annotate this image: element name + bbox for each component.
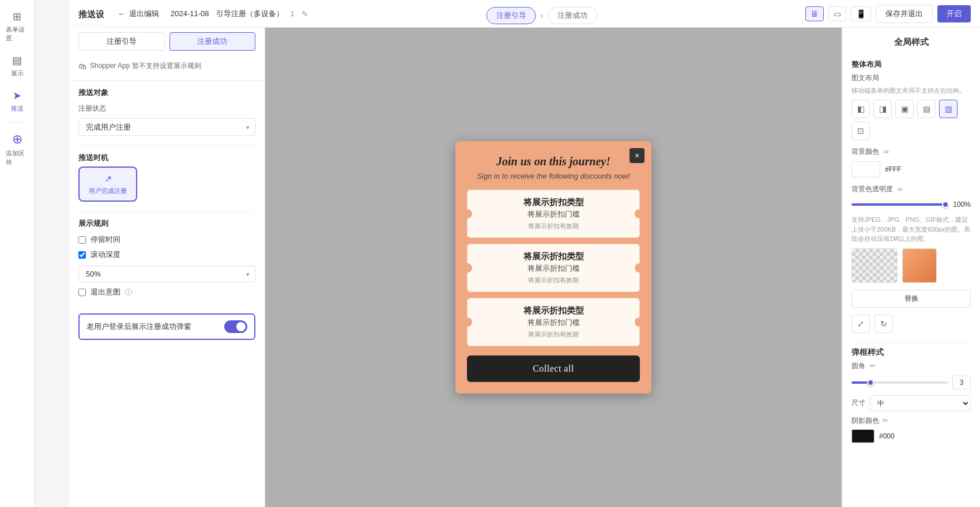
corner-thumb: [867, 379, 874, 386]
step-2-btn[interactable]: 注册成功: [548, 7, 597, 24]
old-user-toggle[interactable]: 老用户登录后展示注册成功弹窗: [78, 313, 255, 340]
device-mobile-btn[interactable]: 📱: [851, 6, 871, 21]
layout-options: ◧ ◨ ▣ ▤ ▥ ⊡: [851, 100, 971, 140]
main-container: ← 退出编辑 2024-11-08 引导注册（多设备） 1 ✎ 注册引导 › 注…: [69, 0, 980, 507]
bg-color-swatch[interactable]: [851, 161, 880, 177]
coupon-type-2: 将展示折扣类型: [477, 251, 630, 262]
image-layout-label: 图文布局: [851, 73, 971, 83]
old-user-toggle-switch[interactable]: [224, 320, 247, 333]
shadow-color-swatch[interactable]: [851, 429, 875, 443]
scroll-depth-row: 滚动深度: [78, 247, 255, 262]
exit-intent-checkbox[interactable]: [78, 289, 86, 296]
scroll-select-wrap: 50%25%75%100% ▾: [78, 266, 255, 282]
display-rules-section: 停留时间 滚动深度 50%25%75%100% ▾ 退出意图 ⓘ: [69, 232, 265, 307]
back-button[interactable]: ← 退出编辑: [113, 6, 164, 21]
sidebar-item-push[interactable]: ➤ 推送: [2, 85, 32, 118]
scroll-select[interactable]: 50%25%75%100%: [78, 266, 255, 282]
bg-color-label: 背景颜色: [851, 147, 879, 157]
right-panel-title: 全局样式: [851, 37, 971, 55]
content-area: 推送设置 如何使用弹窗表单？ 注册引导 注册成功 🛍 Shopper App 暂…: [69, 0, 980, 507]
section-timing-title: 推送时机: [69, 148, 265, 167]
sidebar-item-label-form: 表单设置: [6, 25, 29, 43]
layout-opt-6[interactable]: ⊡: [851, 122, 870, 140]
open-button[interactable]: 开启: [937, 5, 971, 22]
opacity-slider[interactable]: [851, 203, 945, 206]
layout-opt-4[interactable]: ▤: [917, 100, 936, 118]
bg-opacity-value: 100%: [950, 200, 971, 209]
add-block-icon: ⊕: [12, 132, 22, 147]
sidebar-item-label-push: 推送: [11, 104, 24, 113]
shadow-label: 阴影颜色: [851, 416, 879, 426]
image-preview-area: [851, 248, 971, 283]
sidebar-nav: ⊞ 表单设置 ▤ 展示 ➤ 推送 ⊕ 添加区块: [0, 0, 35, 507]
device-desktop-btn[interactable]: 🖥: [805, 6, 824, 21]
top-bar: ← 退出编辑 2024-11-08 引导注册（多设备） 1 ✎ 注册引导 › 注…: [104, 0, 980, 28]
image-checker-bg: [851, 248, 898, 283]
corner-row: 圆角 ✏: [851, 361, 971, 371]
stay-time-checkbox[interactable]: [78, 236, 86, 244]
layout-opt-3[interactable]: ▣: [895, 100, 914, 118]
sidebar-item-add-block[interactable]: ⊕ 添加区块: [2, 127, 32, 171]
coupon-expiry-2: 将展示折扣有效期: [477, 276, 630, 285]
shopper-notice: 🛍 Shopper App 暂不支持设置展示规则: [69, 58, 265, 78]
modal-close-btn[interactable]: ×: [630, 148, 644, 163]
coupon-card-1: 将展示折扣类型 将展示折扣门槛 将展示折扣有效期: [467, 190, 640, 238]
corner-label: 圆角: [851, 361, 865, 371]
corner-slider[interactable]: [851, 381, 948, 384]
size-label: 尺寸: [851, 398, 865, 408]
top-right-actions: 🖥 ▭ 📱 保存并退出 开启: [805, 5, 971, 23]
step-arrow: ›: [541, 11, 544, 20]
layout-opt-5[interactable]: ▥: [939, 100, 958, 118]
timing-section: ↗ 用户完成注册: [69, 167, 265, 209]
replace-button[interactable]: 替换: [851, 290, 971, 308]
right-panel: 全局样式 整体布局 图文布局 移动端表单的图文布局不支持左右结构。 ◧ ◨ ▣ …: [842, 28, 980, 507]
bg-color-value: #FFF: [885, 165, 902, 173]
shopper-icon: 🛍: [78, 62, 86, 71]
device-tablet-btn[interactable]: ▭: [828, 6, 846, 21]
coupon-type-3: 将展示折扣类型: [477, 305, 630, 316]
status-label: 注册状态: [69, 101, 265, 116]
shadow-value: #000: [879, 432, 895, 440]
size-select[interactable]: 中: [870, 395, 971, 411]
top-title: 引导注册（多设备）: [216, 9, 284, 19]
left-panel: 推送设置 如何使用弹窗表单？ 注册引导 注册成功 🛍 Shopper App 暂…: [69, 0, 265, 507]
bg-color-edit-icon[interactable]: ✏: [884, 148, 889, 156]
collect-all-button[interactable]: Collect all: [467, 355, 640, 382]
scroll-depth-checkbox[interactable]: [78, 251, 86, 259]
tab-register-success[interactable]: 注册成功: [169, 32, 256, 51]
layout-section-title: 整体布局: [851, 55, 971, 73]
timing-card-text: 用户完成注册: [89, 187, 127, 195]
timing-card[interactable]: ↗ 用户完成注册: [78, 167, 137, 202]
status-select[interactable]: 完成用户注册未完成注册: [78, 118, 255, 136]
form-settings-icon: ⊞: [13, 10, 21, 23]
tab-register-guide[interactable]: 注册引导: [78, 32, 165, 51]
toggle-knob: [236, 322, 246, 331]
coupon-type-1: 将展示折扣类型: [477, 197, 630, 208]
opacity-slider-thumb: [942, 201, 949, 208]
modal-title: Join us on this journey!: [467, 155, 640, 168]
image-color-block: [902, 248, 937, 283]
top-count: 1: [291, 9, 295, 18]
img-rotate-btn[interactable]: ↻: [875, 315, 893, 333]
bg-color-swatch-row: #FFF: [851, 161, 971, 177]
layout-opt-1[interactable]: ◧: [851, 100, 870, 118]
corner-edit-icon[interactable]: ✏: [870, 362, 876, 370]
step-1-btn[interactable]: 注册引导: [487, 7, 536, 24]
layout-opt-2[interactable]: ◨: [873, 100, 892, 118]
edit-icon[interactable]: ✎: [301, 9, 308, 18]
bg-opacity-edit-icon[interactable]: ✏: [898, 186, 903, 194]
top-date: 2024-11-08: [171, 9, 209, 18]
image-layout-note: 移动端表单的图文布局不支持左右结构。: [851, 86, 971, 95]
sidebar-item-display[interactable]: ▤ 展示: [2, 50, 32, 82]
img-expand-btn[interactable]: ⤢: [851, 315, 870, 333]
bg-opacity-row: 背景色透明度 ✏: [851, 184, 971, 194]
shadow-row: 阴影颜色 ✏: [851, 416, 971, 426]
back-label: 退出编辑: [129, 9, 159, 19]
display-icon: ▤: [12, 54, 22, 67]
save-button[interactable]: 保存并退出: [876, 5, 933, 23]
coupon-threshold-3: 将展示折扣门槛: [477, 317, 630, 328]
tab-row: 注册引导 注册成功: [69, 25, 265, 58]
upload-note: 支持JPEG、JPG、PNG、GIF格式，建议上传小于200KB，最大宽度600…: [851, 215, 971, 244]
sidebar-item-form-settings[interactable]: ⊞ 表单设置: [2, 6, 32, 47]
shadow-edit-icon[interactable]: ✏: [883, 417, 888, 425]
